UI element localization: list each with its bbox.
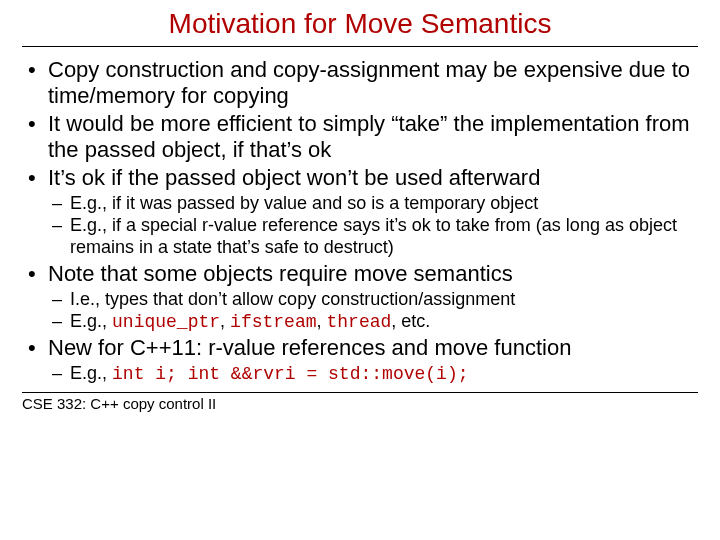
sub-text: E.g., if it was passed by value and so i…: [70, 193, 538, 213]
sub-list: I.e., types that don’t allow copy constr…: [48, 289, 698, 334]
sub-item: E.g., int i; int &&rvri = std::move(i);: [48, 363, 698, 386]
sep: ,: [220, 311, 230, 331]
sub-item: E.g., if a special r-value reference say…: [48, 215, 698, 259]
sub-suffix: , etc.: [391, 311, 430, 331]
sub-item: E.g., if it was passed by value and so i…: [48, 193, 698, 215]
sep: ,: [317, 311, 327, 331]
bullet-item: It’s ok if the passed object won’t be us…: [22, 165, 698, 259]
slide-footer: CSE 332: C++ copy control II: [22, 393, 698, 412]
sub-prefix: E.g.,: [70, 311, 112, 331]
bullet-item: Note that some objects require move sema…: [22, 261, 698, 334]
sub-text: E.g., if a special r-value reference say…: [70, 215, 677, 257]
sub-item: E.g., unique_ptr, ifstream, thread, etc.: [48, 311, 698, 334]
sub-text: I.e., types that don’t allow copy constr…: [70, 289, 515, 309]
code-snippet: ifstream: [230, 312, 316, 332]
code-snippet: int i; int &&rvri = std::move(i);: [112, 364, 468, 384]
code-snippet: thread: [327, 312, 392, 332]
bullet-list: Copy construction and copy-assignment ma…: [22, 57, 698, 386]
bullet-item: Copy construction and copy-assignment ma…: [22, 57, 698, 109]
sub-list: E.g., int i; int &&rvri = std::move(i);: [48, 363, 698, 386]
bullet-text: It’s ok if the passed object won’t be us…: [48, 165, 540, 190]
bullet-item: It would be more efficient to simply “ta…: [22, 111, 698, 163]
sub-item: I.e., types that don’t allow copy constr…: [48, 289, 698, 311]
sub-prefix: E.g.,: [70, 363, 112, 383]
bullet-item: New for C++11: r-value references and mo…: [22, 335, 698, 386]
bullet-text: Note that some objects require move sema…: [48, 261, 513, 286]
code-snippet: unique_ptr: [112, 312, 220, 332]
bullet-text: New for C++11: r-value references and mo…: [48, 335, 571, 360]
bullet-text: Copy construction and copy-assignment ma…: [48, 57, 690, 108]
slide-title: Motivation for Move Semantics: [22, 8, 698, 47]
sub-list: E.g., if it was passed by value and so i…: [48, 193, 698, 259]
bullet-text: It would be more efficient to simply “ta…: [48, 111, 690, 162]
